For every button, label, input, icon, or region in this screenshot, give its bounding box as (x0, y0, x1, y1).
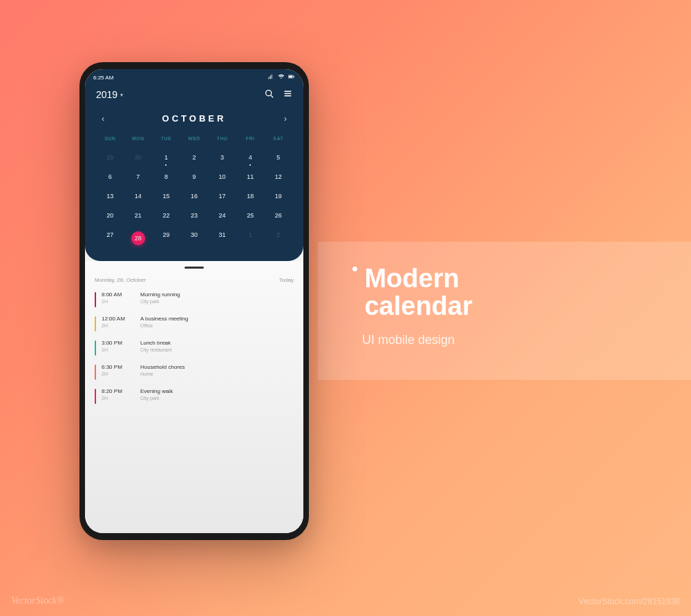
event-color-bar (95, 340, 96, 356)
signal-icon (267, 73, 274, 81)
calendar-day[interactable]: 19 (264, 186, 292, 206)
calendar-day[interactable]: 10 (208, 167, 236, 186)
event-time: 3:00 PM (102, 340, 140, 346)
calendar-day[interactable]: 15 (152, 186, 180, 206)
calendar-day[interactable]: 24 (208, 206, 236, 225)
weekday-label: THU (208, 136, 236, 148)
phone-frame: 6:25 AM 2019 ▾ (79, 62, 309, 540)
svg-rect-1 (289, 76, 293, 78)
status-bar: 6:25 AM (85, 69, 303, 83)
promo-subtitle: UI mobile design (362, 333, 656, 347)
calendar-day[interactable]: 22 (152, 206, 180, 225)
calendar-day[interactable]: 5 (264, 148, 292, 167)
calendar-day[interactable]: 28 (124, 225, 153, 251)
svg-point-3 (266, 90, 272, 96)
calendar-day[interactable]: 2 (180, 148, 209, 167)
calendar-day[interactable]: 23 (180, 206, 209, 225)
today-button[interactable]: Today (279, 277, 294, 283)
calendar-day[interactable]: 11 (236, 167, 265, 186)
calendar-day[interactable]: 29 (96, 148, 124, 167)
calendar-panel: 2019 ▾ ‹ OCTOBER › SUNMONTUEWEDTHUFRISAT (85, 83, 303, 261)
drag-handle[interactable] (184, 267, 204, 269)
calendar-day[interactable]: 16 (180, 186, 209, 206)
event-item[interactable]: 8:00 AM1HMorning runningCity park (95, 291, 294, 307)
calendar-day[interactable]: 20 (96, 206, 124, 225)
calendar-day[interactable]: 2 (264, 225, 292, 251)
weekday-label: MON (124, 136, 153, 148)
event-title: A business meeting (140, 316, 188, 322)
watermark-id: VectorStock.com/28151938 (578, 597, 680, 606)
event-item[interactable]: 3:00 PM1HLunch breakCity restaurant (95, 340, 294, 356)
promo-card: Modern calendar UI mobile design (318, 242, 691, 380)
promo-title: Modern calendar (364, 265, 472, 320)
month-label: OCTOBER (162, 113, 227, 124)
event-duration: 2H (102, 372, 140, 376)
calendar-day[interactable]: 1 (152, 148, 180, 167)
event-color-bar (95, 389, 96, 404)
year-selector[interactable]: 2019 ▾ (96, 89, 123, 100)
svg-line-4 (271, 95, 273, 97)
calendar-day[interactable]: 27 (96, 225, 124, 251)
calendar-day[interactable]: 30 (180, 225, 209, 251)
event-title: Lunch break (140, 340, 172, 346)
calendar-day[interactable]: 3 (208, 148, 236, 167)
weekday-row: SUNMONTUEWEDTHUFRISAT (96, 136, 292, 148)
chevron-down-icon: ▾ (120, 92, 123, 98)
event-title: Evening walk (140, 388, 173, 394)
event-time: 6:30 PM (102, 364, 140, 370)
event-dot-icon (249, 164, 251, 166)
weekday-label: TUE (152, 136, 180, 148)
event-location: City park (140, 396, 173, 401)
calendar-day[interactable]: 26 (264, 206, 292, 225)
calendar-day[interactable]: 30 (124, 148, 153, 167)
calendar-day[interactable]: 12 (264, 167, 292, 186)
battery-icon (288, 73, 295, 81)
event-list: 8:00 AM1HMorning runningCity park12:00 A… (95, 291, 294, 404)
event-time: 8:20 PM (102, 388, 140, 394)
calendar-day[interactable]: 4 (236, 148, 265, 167)
next-month-button[interactable]: › (284, 113, 287, 124)
weekday-label: FRI (236, 136, 265, 148)
calendar-day[interactable]: 8 (152, 167, 180, 186)
event-duration: 1H (102, 299, 140, 304)
bullet-icon (352, 267, 357, 271)
calendar-day[interactable]: 21 (124, 206, 153, 225)
phone-screen: 6:25 AM 2019 ▾ (85, 69, 303, 533)
calendar-day[interactable]: 7 (124, 167, 153, 186)
calendar-day[interactable]: 25 (236, 206, 265, 225)
event-duration: 2H (102, 396, 140, 401)
event-duration: 1H (102, 347, 140, 352)
calendar-day[interactable]: 31 (208, 225, 236, 251)
calendar-day[interactable]: 1 (236, 225, 265, 251)
event-item[interactable]: 8:20 PM2HEvening walkCity park (95, 388, 294, 404)
event-color-bar (95, 316, 96, 331)
event-location: Office (140, 323, 188, 328)
weekday-label: SUN (96, 136, 124, 148)
event-time: 12:00 AM (102, 316, 140, 322)
calendar-day[interactable]: 29 (152, 225, 180, 251)
prev-month-button[interactable]: ‹ (102, 113, 104, 124)
status-time: 6:25 AM (93, 75, 113, 81)
menu-icon[interactable] (283, 88, 292, 101)
month-nav: ‹ OCTOBER › (96, 113, 292, 124)
event-duration: 2H (102, 323, 140, 328)
calendar-day[interactable]: 18 (236, 186, 265, 206)
event-color-bar (95, 365, 96, 380)
event-location: Home (140, 372, 184, 376)
event-location: City restaurant (140, 347, 172, 352)
event-title: Household chores (140, 364, 184, 370)
calendar-day[interactable]: 14 (124, 186, 153, 206)
app-bar: 2019 ▾ (96, 88, 292, 101)
calendar-day[interactable]: 6 (96, 167, 124, 186)
svg-rect-2 (294, 76, 294, 77)
search-icon[interactable] (265, 88, 274, 101)
event-time: 8:00 AM (102, 291, 140, 298)
event-title: Morning running (140, 291, 180, 298)
calendar-day[interactable]: 13 (96, 186, 124, 206)
event-item[interactable]: 12:00 AM2HA business meetingOffice (95, 316, 294, 331)
calendar-day[interactable]: 9 (180, 167, 209, 186)
calendar-day[interactable]: 17 (208, 186, 236, 206)
event-item[interactable]: 6:30 PM2HHousehold choresHome (95, 364, 294, 380)
weekday-label: SAT (264, 136, 292, 148)
agenda-sheet[interactable]: Monday, 28, October Today 8:00 AM1HMorni… (85, 261, 303, 533)
